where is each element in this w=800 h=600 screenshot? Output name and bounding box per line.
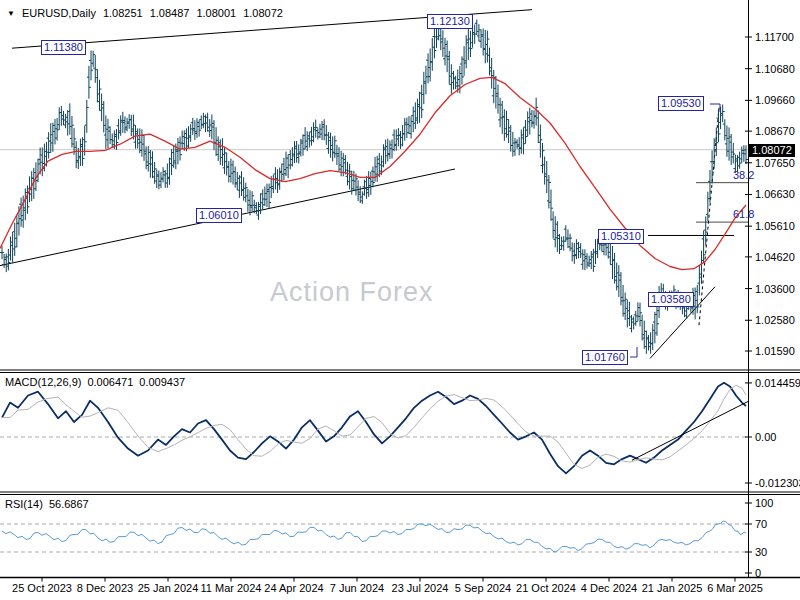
price-flag[interactable]: 1.12130 — [427, 14, 473, 29]
price-flag[interactable]: 1.09530 — [658, 96, 704, 111]
price-flag[interactable]: 1.03580 — [648, 292, 694, 307]
rsi-name-label: RSI(14) — [5, 498, 43, 510]
rsi-line — [2, 521, 746, 552]
rsi-value: 56.6867 — [49, 498, 89, 510]
price-flag[interactable]: 1.11380 — [41, 40, 86, 55]
high-quote: 1.08487 — [150, 7, 190, 19]
trading-chart-window: Action Forex ▼ EURUSD,Daily 1.08251 1.08… — [0, 0, 800, 600]
macd-rising-trendline[interactable] — [632, 401, 748, 460]
symbol-ohlc-header: ▼ EURUSD,Daily 1.08251 1.08487 1.08001 1… — [7, 7, 283, 19]
price-flag[interactable]: 1.05310 — [598, 229, 644, 244]
price-flag[interactable]: 1.01760 — [582, 350, 628, 365]
macd-main-line — [2, 383, 746, 474]
rsi-indicator-header: RSI(14) 56.6867 — [5, 498, 89, 510]
symbol-timeframe-label: EURUSD,Daily — [22, 7, 96, 19]
macd-indicator-header: MACD(12,26,9) 0.006471 0.009437 — [5, 376, 185, 388]
low-quote: 1.08001 — [196, 7, 236, 19]
macd-name-label: MACD(12,26,9) — [5, 376, 81, 388]
macd-signal-line — [2, 385, 746, 468]
open-quote: 1.08251 — [103, 7, 143, 19]
price-flag[interactable]: 1.06010 — [196, 208, 242, 223]
current-price-tag: 1.08072 — [749, 144, 795, 157]
macd-signal-value: 0.009437 — [139, 376, 185, 388]
price-flag-leader — [630, 347, 637, 357]
symbol-dropdown-icon[interactable]: ▼ — [7, 9, 15, 18]
macd-main-value: 0.006471 — [87, 376, 133, 388]
close-quote: 1.08072 — [243, 7, 283, 19]
